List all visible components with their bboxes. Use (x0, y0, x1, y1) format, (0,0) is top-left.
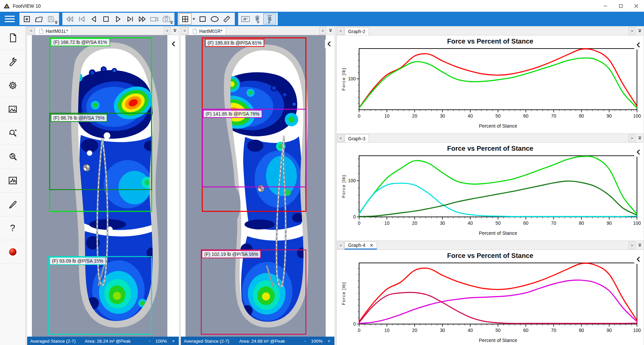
left-foot-tool-button[interactable] (264, 14, 276, 24)
rectangle-tool-icon (199, 15, 207, 23)
collapse-panel-button[interactable] (169, 39, 177, 49)
sidebar-item-tools[interactable] (0, 50, 25, 74)
sidebar-item-inspect[interactable] (0, 121, 25, 145)
cop-marker (258, 185, 264, 192)
maximize-button[interactable] (613, 0, 629, 12)
svg-text:Force [lb]: Force [lb] (341, 68, 346, 91)
zoom-in-button[interactable]: + (171, 338, 175, 344)
tab-scroll-right-button[interactable]: > (319, 27, 326, 34)
force-vs-stance-chart-right-regions[interactable]: 01020304050607080901000Percent of Stance… (340, 260, 641, 345)
grid-layout-more-button[interactable] (191, 14, 197, 24)
tab-graph-2[interactable]: Graph-2 (344, 27, 369, 35)
go-to-end-icon (126, 15, 134, 23)
go-to-end-button[interactable] (124, 14, 136, 24)
sidebar-item-settings[interactable] (0, 74, 25, 97)
sidebar-item-record[interactable] (0, 240, 25, 264)
add-measurement-button[interactable] (21, 14, 33, 24)
force-vs-stance-chart-left-regions[interactable]: 01020304050607080901000100Percent of Sta… (340, 153, 641, 238)
tab-graph-3[interactable]: Graph-3 (344, 134, 369, 142)
left-foot-heatmap[interactable] (27, 35, 179, 337)
sidebar-item-gait-analysis[interactable] (0, 145, 25, 169)
foot-tools-group (238, 13, 278, 25)
zoom-out-button[interactable]: - (148, 338, 151, 344)
tab-scroll-left-button[interactable]: < (28, 27, 35, 34)
record-video-button[interactable] (148, 14, 160, 24)
chevron-left-icon (171, 41, 175, 47)
playback-more-button[interactable] (169, 20, 174, 25)
add-measurement-icon (23, 15, 31, 23)
svg-text:Force [lb]: Force [lb] (341, 175, 346, 198)
minimize-button[interactable] (598, 0, 613, 12)
chart-title: Force vs Percent of Stance (337, 38, 644, 45)
zoom-out-button[interactable]: - (304, 338, 307, 344)
help-icon: ? (10, 223, 15, 233)
tab-hartm01r[interactable]: HartM01R* (189, 27, 226, 35)
tab-menu-button[interactable] (171, 26, 179, 35)
sidebar-item-image[interactable] (0, 97, 25, 121)
fast-forward-icon (138, 15, 147, 23)
draw-rectangle-button[interactable] (197, 14, 209, 24)
layout-toolbar-group (178, 13, 235, 25)
grid-layout-button[interactable] (179, 14, 191, 24)
tab-scroll-right-button[interactable]: > (164, 27, 170, 34)
collapse-panel-button[interactable] (634, 147, 642, 157)
gait-film-button[interactable] (239, 14, 252, 24)
tab-scroll-left-button[interactable]: < (337, 27, 344, 35)
tab-scroll-left-button[interactable]: < (337, 242, 344, 249)
left-foot-tabstrip: < HartM01L* > (27, 26, 179, 35)
collapse-panel-button[interactable] (634, 40, 642, 50)
graph-2-panel: < Graph-2 > Force vs Percent of Stance 0… (336, 26, 644, 131)
tab-label: Graph-2 (348, 29, 365, 34)
tab-menu-button[interactable] (636, 241, 644, 250)
force-vs-stance-chart-lr[interactable]: 0102030405060708090100100Percent of Stan… (340, 46, 641, 131)
rewind-button[interactable] (64, 14, 76, 24)
fast-forward-button[interactable] (136, 14, 148, 24)
step-back-button[interactable] (88, 14, 100, 24)
stop-icon (102, 15, 110, 23)
svg-text:10: 10 (384, 113, 389, 119)
measure-ruler-button[interactable] (221, 14, 233, 24)
tab-graph-4[interactable]: Graph-4 ✕ (344, 242, 377, 250)
svg-text:40: 40 (468, 328, 473, 333)
tab-menu-button[interactable] (636, 26, 644, 35)
left-foot-pressure-view[interactable]: (F) 166.72 lb @P/SA 81% (F) 98.78 lb @P/… (27, 35, 179, 337)
draw-ellipse-button[interactable] (209, 14, 221, 24)
arch-notch (222, 185, 240, 224)
gait-analysis-icon (8, 152, 18, 162)
svg-text:40: 40 (468, 220, 473, 226)
svg-text:0: 0 (353, 321, 356, 327)
right-foot-tool-button[interactable] (252, 14, 264, 24)
collapse-panel-button[interactable] (634, 255, 642, 264)
close-tab-button[interactable]: ✕ (370, 243, 373, 248)
tab-hartm01l[interactable]: HartM01L* (35, 27, 72, 35)
right-foot-heatmap[interactable] (181, 35, 334, 337)
tab-menu-button[interactable] (326, 26, 334, 35)
tab-menu-button[interactable] (636, 134, 644, 142)
sidebar-item-graph[interactable] (0, 169, 25, 193)
play-button[interactable] (112, 14, 124, 24)
go-to-start-button[interactable] (76, 14, 88, 24)
tab-scroll-right-button[interactable]: > (629, 242, 635, 249)
tab-scroll-right-button[interactable]: > (629, 27, 635, 35)
svg-text:0: 0 (358, 113, 360, 119)
right-foot-pressure-view[interactable]: (F) 195.83 lb @P/SA 81% (F) 141.85 lb @P… (181, 35, 334, 337)
stop-button[interactable] (100, 14, 112, 24)
more-options-icon (169, 20, 174, 25)
sidebar-item-document[interactable] (0, 26, 25, 50)
open-file-button[interactable] (33, 14, 45, 24)
svg-text:0: 0 (358, 328, 360, 333)
rewind-icon (65, 15, 74, 23)
menu-button[interactable] (0, 12, 19, 26)
svg-text:80: 80 (579, 328, 584, 333)
close-button[interactable] (629, 0, 644, 12)
tabstrip-spacer (369, 26, 628, 35)
tab-scroll-right-button[interactable]: > (629, 134, 635, 142)
file-more-button[interactable] (54, 20, 58, 25)
sidebar-item-annotate[interactable] (0, 193, 25, 216)
collapse-panel-button[interactable] (325, 39, 333, 49)
tab-scroll-left-button[interactable]: < (337, 134, 344, 142)
graph-column: < Graph-2 > Force vs Percent of Stance 0… (336, 26, 644, 345)
sidebar-item-help[interactable]: ? (0, 216, 25, 240)
tab-scroll-left-button[interactable]: < (181, 27, 188, 34)
zoom-in-button[interactable]: + (327, 338, 331, 344)
